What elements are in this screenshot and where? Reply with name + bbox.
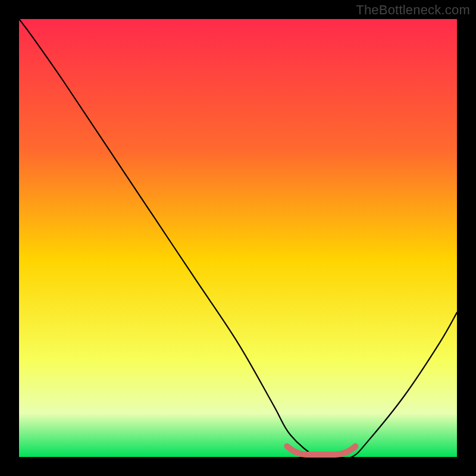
watermark-label: TheBottleneck.com (356, 2, 470, 18)
bottleneck-chart (0, 0, 476, 476)
plot-area (19, 19, 457, 457)
chart-container: TheBottleneck.com (0, 0, 476, 476)
